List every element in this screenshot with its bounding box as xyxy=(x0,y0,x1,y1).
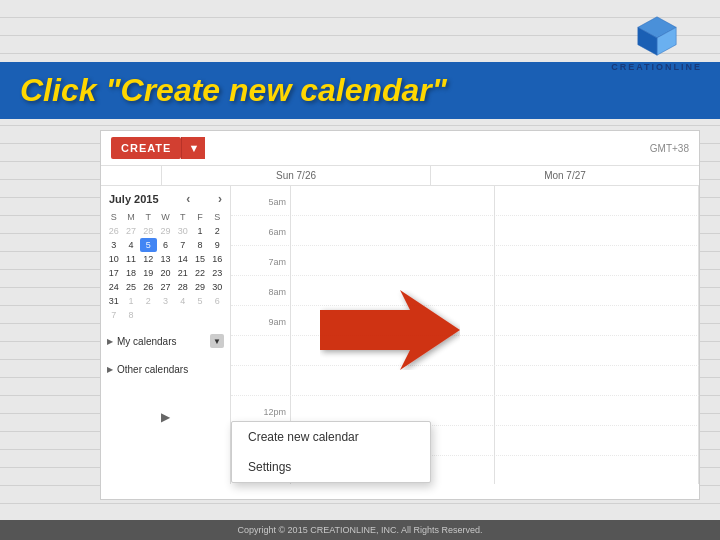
day-4[interactable]: 4 xyxy=(122,238,139,252)
calendar-topbar: CREATE ▼ GMT+38 xyxy=(101,131,699,166)
day-1[interactable]: 1 xyxy=(191,224,208,238)
day-8-next[interactable]: 8 xyxy=(122,308,139,322)
day-18[interactable]: 18 xyxy=(122,266,139,280)
day-header-w: W xyxy=(157,210,174,224)
day-27-prev[interactable]: 27 xyxy=(122,224,139,238)
day-4-next[interactable]: 4 xyxy=(174,294,191,308)
header-time xyxy=(101,166,161,185)
day-2[interactable]: 2 xyxy=(209,224,226,238)
time-label-empty2 xyxy=(231,366,291,395)
day-9[interactable]: 9 xyxy=(209,238,226,252)
day-12[interactable]: 12 xyxy=(140,252,157,266)
day-26[interactable]: 26 xyxy=(140,280,157,294)
day-29-prev[interactable]: 29 xyxy=(157,224,174,238)
day-6[interactable]: 6 xyxy=(157,238,174,252)
cell-mon-1pm[interactable] xyxy=(495,426,699,458)
day-24[interactable]: 24 xyxy=(105,280,122,294)
day-21[interactable]: 21 xyxy=(174,266,191,280)
day-1-next[interactable]: 1 xyxy=(122,294,139,308)
create-button[interactable]: CREATE xyxy=(111,137,181,159)
day-header-t1: T xyxy=(140,210,157,224)
day-30-prev[interactable]: 30 xyxy=(174,224,191,238)
cell-mon-7am[interactable] xyxy=(495,246,699,278)
time-row-5am: 5am xyxy=(231,186,699,216)
time-label-5am: 5am xyxy=(231,186,291,218)
day-3[interactable]: 3 xyxy=(105,238,122,252)
prev-month-button[interactable]: ‹ xyxy=(186,192,190,206)
cell-mon-6am[interactable] xyxy=(495,216,699,248)
day-header-s1: S xyxy=(105,210,122,224)
create-dropdown-button[interactable]: ▼ xyxy=(181,137,205,159)
copyright-bar: Copyright © 2015 CREATIONLINE, INC. All … xyxy=(0,520,720,540)
day-header-s2: S xyxy=(209,210,226,224)
cell-mon-8am[interactable] xyxy=(495,276,699,308)
day-7[interactable]: 7 xyxy=(174,238,191,252)
my-calendars-toggle[interactable]: ▼ xyxy=(210,334,224,348)
day-header-t2: T xyxy=(174,210,191,224)
time-row-7am: 7am xyxy=(231,246,699,276)
other-calendars-section[interactable]: ▶ Other calendars xyxy=(105,360,226,379)
day-10[interactable]: 10 xyxy=(105,252,122,266)
day-17[interactable]: 17 xyxy=(105,266,122,280)
time-label-6am: 6am xyxy=(231,216,291,248)
day-13[interactable]: 13 xyxy=(157,252,174,266)
day-25[interactable]: 25 xyxy=(122,280,139,294)
cell-mon-12pm[interactable] xyxy=(495,396,699,428)
day-15[interactable]: 15 xyxy=(191,252,208,266)
day-header-m: M xyxy=(122,210,139,224)
cell-mon-e1[interactable] xyxy=(495,336,699,365)
day-28-prev[interactable]: 28 xyxy=(140,224,157,238)
cell-mon-5am[interactable] xyxy=(495,186,699,218)
time-label-empty1 xyxy=(231,336,291,365)
day-29[interactable]: 29 xyxy=(191,280,208,294)
day-23[interactable]: 23 xyxy=(209,266,226,280)
mini-calendar-header: July 2015 ‹ › xyxy=(105,192,226,206)
copyright-text: Copyright © 2015 CREATIONLINE, INC. All … xyxy=(237,525,482,535)
my-calendars-arrow: ▶ xyxy=(107,337,113,346)
day-6-next[interactable]: 6 xyxy=(209,294,226,308)
time-label-8am: 8am xyxy=(231,276,291,308)
time-row-6am: 6am xyxy=(231,216,699,246)
mini-cal-month: July 2015 xyxy=(109,193,159,205)
day-header-f: F xyxy=(191,210,208,224)
day-8[interactable]: 8 xyxy=(191,238,208,252)
day-5[interactable]: 5 xyxy=(140,238,157,252)
company-logo: CREATIONLINE xyxy=(611,12,702,72)
cell-sun-7am[interactable] xyxy=(291,246,495,278)
cell-mon-2pm[interactable] xyxy=(495,456,699,484)
day-31[interactable]: 31 xyxy=(105,294,122,308)
time-row-empty1 xyxy=(231,336,699,366)
day-5-next[interactable]: 5 xyxy=(191,294,208,308)
day-11[interactable]: 11 xyxy=(122,252,139,266)
day-14[interactable]: 14 xyxy=(174,252,191,266)
logo-icon xyxy=(633,12,681,60)
red-arrow-indicator xyxy=(320,290,460,370)
cell-sun-5am[interactable] xyxy=(291,186,495,218)
day-30[interactable]: 30 xyxy=(209,280,226,294)
header-sun: Sun 7/26 xyxy=(161,166,430,185)
menu-item-create-calendar[interactable]: Create new calendar xyxy=(232,422,430,452)
day-28[interactable]: 28 xyxy=(174,280,191,294)
day-22[interactable]: 22 xyxy=(191,266,208,280)
cell-sun-6am[interactable] xyxy=(291,216,495,248)
day-3-next[interactable]: 3 xyxy=(157,294,174,308)
next-month-button[interactable]: › xyxy=(218,192,222,206)
cell-sun-e2[interactable] xyxy=(291,366,495,395)
day-26-prev[interactable]: 26 xyxy=(105,224,122,238)
day-16[interactable]: 16 xyxy=(209,252,226,266)
day-7-next[interactable]: 7 xyxy=(105,308,122,322)
create-dropdown-menu: Create new calendar Settings xyxy=(231,421,431,483)
menu-item-settings[interactable]: Settings xyxy=(232,452,430,482)
time-row-8am: 8am xyxy=(231,276,699,306)
day-19[interactable]: 19 xyxy=(140,266,157,280)
cell-mon-9am[interactable] xyxy=(495,306,699,338)
my-calendars-label: My calendars xyxy=(117,336,176,347)
my-calendars-section[interactable]: ▶ My calendars ▼ xyxy=(105,330,226,352)
day-2-next[interactable]: 2 xyxy=(140,294,157,308)
time-label-9am: 9am xyxy=(231,306,291,338)
cell-mon-e2[interactable] xyxy=(495,366,699,395)
day-27[interactable]: 27 xyxy=(157,280,174,294)
day-20[interactable]: 20 xyxy=(157,266,174,280)
time-label-7am: 7am xyxy=(231,246,291,278)
scroll-indicator: ▶ xyxy=(161,410,170,424)
